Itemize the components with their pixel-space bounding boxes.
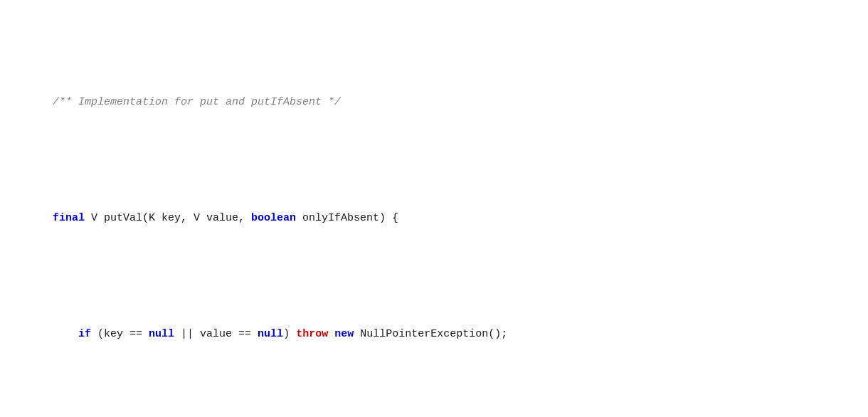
null-1: null (149, 328, 174, 340)
line-2: final V putVal(K key, V value, boolean o… (14, 194, 854, 243)
keyword-final: final (53, 212, 85, 224)
line-3: if (key == null || value == null) throw … (14, 310, 854, 359)
keyword-throw: throw (296, 328, 328, 340)
code-block: /** Implementation for put and putIfAbse… (14, 11, 854, 417)
keyword-boolean: boolean (251, 212, 296, 224)
keyword-new-1: new (334, 328, 354, 340)
comment-header: /** Implementation for put and putIfAbse… (53, 96, 341, 108)
line-1: /** Implementation for put and putIfAbse… (14, 78, 854, 127)
keyword-if-1: if (78, 328, 91, 340)
null-2: null (258, 328, 283, 340)
